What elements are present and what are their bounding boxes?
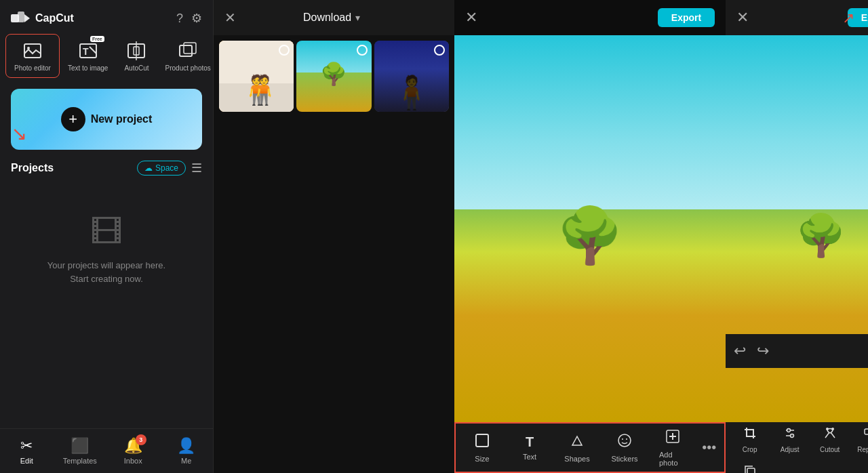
projects-empty: 🎞 Your projects will appear here. Start … (11, 186, 202, 312)
right-toolbar-cutout[interactable]: Cutout (811, 422, 848, 457)
tool-text-to-image[interactable]: Free T Text to image (60, 35, 116, 77)
tool-autocut[interactable]: AutoCut (116, 35, 157, 77)
toolbar-text-label: Text (523, 453, 536, 461)
nav-edit[interactable]: ✂ Edit (0, 434, 54, 468)
nav-me[interactable]: 👤 Me (160, 434, 214, 468)
right-toolbar-crop[interactable]: Crop (731, 422, 768, 457)
thumbnail-3[interactable]: 🧍 (374, 41, 449, 112)
right-toolbar-replace[interactable]: Replace (851, 422, 868, 457)
editor-canvas: 🌳 (454, 35, 726, 422)
svg-point-22 (787, 429, 790, 432)
toolbar-add-photo[interactable]: Add photo (648, 424, 696, 472)
bottom-nav: ✂ Edit ⬛ Templates 🔔 3 Inbox 👤 Me (0, 428, 213, 473)
right-sky (726, 35, 868, 209)
canvas-tree: 🌳 (556, 204, 624, 268)
size-icon (475, 433, 490, 452)
product-photos-label: Product photos (165, 64, 211, 72)
svg-text:T: T (83, 46, 89, 57)
nav-inbox[interactable]: 🔔 3 Inbox (106, 434, 160, 468)
film-reel-icon: 🎞 (90, 213, 123, 251)
tool-row: Photo editor Free T Text to image AutoCu… (0, 34, 213, 78)
redo-button[interactable]: ↪ (757, 342, 769, 360)
toolbar-add-photo-label: Add photo (659, 451, 686, 467)
text-to-image-label: Text to image (68, 64, 108, 72)
download-title: Download ▾ (303, 12, 360, 24)
toolbar-text[interactable]: T Text (506, 429, 553, 466)
toolbar-stickers[interactable]: Stickers (601, 428, 648, 468)
svg-point-4 (27, 47, 30, 49)
replace-label: Replace (857, 446, 868, 453)
tool-product-photos[interactable]: Product photos (157, 35, 219, 77)
nav-templates-label: Templates (63, 457, 97, 465)
text-to-image-icon: Free T (77, 40, 99, 62)
projects-title: Projects (11, 162, 54, 174)
filter-icon[interactable]: ☰ (191, 161, 202, 176)
toolbar-size-label: Size (475, 455, 489, 463)
inbox-icon: 🔔 3 (124, 437, 142, 455)
thumbnail-1[interactable]: 🧍 🧍 (219, 41, 294, 112)
product-photos-icon (177, 40, 199, 62)
cutout-icon (823, 426, 837, 443)
svg-point-26 (831, 428, 834, 430)
sidebar-header: CapCut ? ⚙ (0, 0, 213, 34)
svg-rect-13 (476, 434, 488, 447)
sidebar: CapCut ? ⚙ Photo editor Free T Text to i… (0, 0, 214, 473)
toolbar-more-button[interactable]: ••• (696, 434, 722, 461)
copy-icon (743, 464, 757, 473)
logo-icon (11, 12, 30, 25)
nav-edit-label: Edit (20, 457, 33, 465)
new-project-button[interactable]: + New project (11, 89, 202, 150)
svg-rect-10 (180, 45, 192, 56)
right-close-button[interactable]: ✕ (736, 9, 749, 26)
thumbnail-2[interactable]: 🌳 (296, 41, 371, 112)
right-toolbar-copy[interactable]: Copy (731, 460, 768, 473)
help-icon[interactable]: ? (176, 12, 183, 26)
svg-point-16 (622, 438, 623, 440)
undo-button[interactable]: ↩ (734, 342, 746, 360)
nav-inbox-label: Inbox (124, 457, 142, 465)
header-icons: ? ⚙ (176, 11, 202, 26)
download-close-button[interactable]: ✕ (224, 9, 236, 26)
free-badge: Free (90, 36, 104, 42)
new-project-plus-icon: + (61, 107, 85, 131)
right-toolbar-adjust[interactable]: Adjust (771, 422, 808, 457)
toolbar-size[interactable]: Size (458, 428, 506, 468)
space-button[interactable]: ☁ Space (137, 161, 186, 176)
crop-icon (743, 426, 757, 443)
crop-label: Crop (743, 446, 757, 453)
shapes-icon (570, 433, 585, 452)
svg-rect-27 (865, 429, 868, 434)
svg-marker-2 (24, 14, 30, 22)
nav-templates[interactable]: ⬛ Templates (54, 434, 107, 468)
right-tree: 🌳 (795, 211, 846, 260)
replace-icon (863, 426, 868, 443)
thumb3-radio[interactable] (434, 45, 445, 56)
tool-photo-editor[interactable]: Photo editor (5, 34, 60, 78)
right-panel: ✕ ↗ Export 🌳 ⧉ ↩ ↪ ◀ Crop (726, 0, 868, 473)
editor-close-button[interactable]: ✕ (465, 9, 477, 26)
editor-header: ✕ Export (454, 0, 726, 35)
autocut-icon (125, 40, 147, 62)
toolbar-shapes[interactable]: Shapes (553, 428, 601, 468)
svg-point-24 (790, 434, 793, 438)
export-button[interactable]: Export (658, 8, 715, 27)
projects-actions: ☁ Space ☰ (137, 161, 202, 176)
thumbnail-row: 🧍 🧍 🌳 🧍 (214, 35, 454, 473)
download-header: ✕ Download ▾ (214, 0, 454, 35)
right-header: ✕ ↗ Export (726, 0, 868, 35)
cutout-label: Cutout (820, 446, 840, 453)
svg-rect-29 (747, 468, 755, 473)
toolbar-stickers-label: Stickers (611, 455, 637, 463)
adjust-icon (783, 426, 797, 443)
projects-empty-text: Your projects will appear here. Start cr… (47, 259, 165, 285)
settings-icon[interactable]: ⚙ (191, 11, 202, 26)
canvas-image: 🌳 (454, 35, 726, 422)
thumb2-radio[interactable] (357, 45, 368, 56)
profile-icon: 👤 (177, 437, 195, 455)
add-photo-icon (665, 429, 680, 448)
templates-icon: ⬛ (71, 437, 89, 455)
text-icon: T (526, 434, 534, 450)
canvas-sky (454, 35, 726, 209)
download-panel: ✕ Download ▾ 🧍 🧍 🌳 (214, 0, 454, 473)
arrow-indicator: ↙ (7, 127, 30, 142)
